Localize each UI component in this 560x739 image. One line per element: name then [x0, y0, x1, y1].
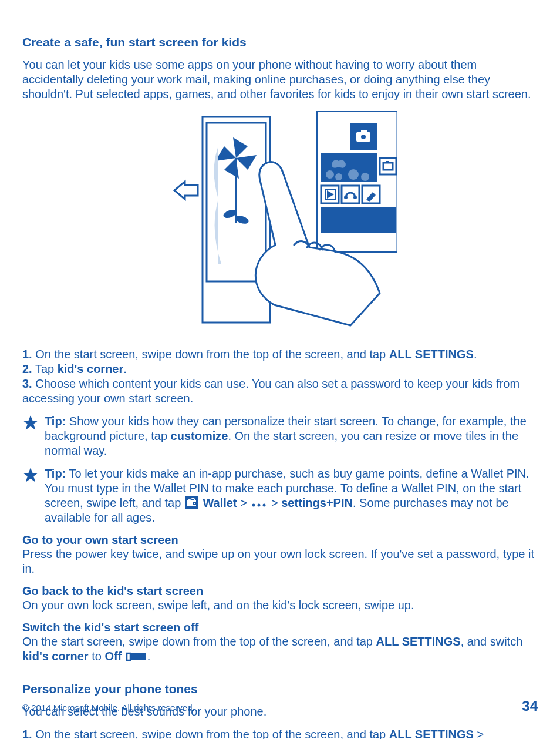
star-icon: [22, 466, 45, 486]
svg-point-12: [326, 170, 334, 179]
section-heading-kids: Create a safe, fun start screen for kids: [22, 35, 538, 49]
step-2-text-c: .: [123, 362, 127, 375]
svg-marker-28: [23, 468, 38, 482]
svg-point-34: [263, 504, 266, 507]
tip2-label: Tip:: [45, 467, 66, 480]
tip2-settings-pin: settings+PIN: [281, 496, 353, 509]
off-b: , and switch: [461, 635, 523, 648]
svg-rect-18: [386, 161, 389, 163]
step-1-text-a: On the start screen, swipe down from the…: [32, 348, 389, 361]
star-icon: [22, 414, 45, 434]
subheading-own-start: Go to your own start screen: [22, 533, 538, 547]
svg-marker-27: [23, 415, 38, 430]
svg-point-13: [335, 173, 342, 180]
svg-rect-8: [361, 130, 367, 133]
off-a: On the start screen, swipe down from the…: [22, 635, 376, 648]
tip-block-1: Tip: Show your kids how they can persona…: [22, 414, 538, 458]
more-icon: [250, 496, 268, 509]
step-1-num: 1.: [22, 348, 32, 361]
step-2: 2. Tap kid's corner.: [22, 362, 538, 377]
step-3: 3. Choose which content your kids can us…: [22, 377, 538, 406]
svg-rect-31: [194, 503, 195, 504]
svg-point-14: [348, 169, 359, 180]
toggle-off-icon: [126, 651, 146, 666]
off-c: to: [89, 650, 105, 663]
off-kids-corner: kid's corner: [22, 650, 89, 663]
tones-s1c: >: [474, 728, 484, 739]
svg-point-32: [252, 504, 255, 507]
step-2-kids-corner: kid's corner: [58, 362, 124, 375]
step-1-text-c: .: [474, 348, 477, 361]
subbody-back-kid: On your own lock screen, swipe left, and…: [22, 598, 538, 613]
svg-point-33: [258, 504, 261, 507]
tip2-gt1: >: [237, 496, 251, 509]
subheading-back-kid: Go back to the kid's start screen: [22, 585, 538, 598]
tones-step-1: 1. On the start screen, swipe down from …: [22, 727, 538, 739]
subbody-switch-off: On the start screen, swipe down from the…: [22, 634, 538, 666]
svg-rect-26: [321, 207, 396, 233]
off-word: Off: [104, 650, 122, 663]
tones-step-1-num: 1.: [22, 728, 32, 739]
off-d: .: [147, 650, 151, 663]
svg-rect-16: [380, 158, 396, 174]
svg-point-23: [344, 196, 348, 199]
intro-paragraph: You can let your kids use some apps on y…: [22, 58, 538, 102]
tip2-wallet-label: Wallet: [203, 496, 237, 509]
svg-rect-22: [342, 186, 359, 203]
page-number: 34: [522, 698, 538, 714]
off-allsettings: ALL SETTINGS: [376, 635, 461, 648]
illustration-kids-corner: [22, 111, 538, 331]
step-3-text: Choose which content your kids can use. …: [22, 377, 519, 405]
svg-rect-35: [127, 653, 130, 660]
step-1-all-settings: ALL SETTINGS: [389, 348, 474, 361]
subbody-own-start: Press the power key twice, and swipe up …: [22, 547, 538, 576]
tip1-customize: customize: [171, 429, 228, 442]
section-heading-tones: Personalize your phone tones: [22, 682, 538, 696]
tip1-label: Tip:: [45, 415, 66, 428]
svg-point-15: [361, 173, 369, 181]
wallet-icon: [185, 496, 198, 509]
svg-rect-36: [131, 653, 146, 660]
step-1: 1. On the start screen, swipe down from …: [22, 347, 538, 362]
step-3-num: 3.: [22, 377, 32, 390]
step-2-text-a: Tap: [32, 362, 58, 375]
subheading-switch-off: Switch the kid's start screen off: [22, 621, 538, 634]
svg-point-24: [353, 196, 357, 199]
copyright-text: © 2014 Microsoft Mobile. All rights rese…: [22, 703, 195, 713]
tones-allsettings: ALL SETTINGS: [389, 728, 474, 739]
tones-s1a: On the start screen, swipe down from the…: [32, 728, 389, 739]
tip2-gt2: >: [268, 496, 281, 509]
tip-block-2: Tip: To let your kids make an in-app pur…: [22, 466, 538, 525]
step-2-num: 2.: [22, 362, 32, 375]
